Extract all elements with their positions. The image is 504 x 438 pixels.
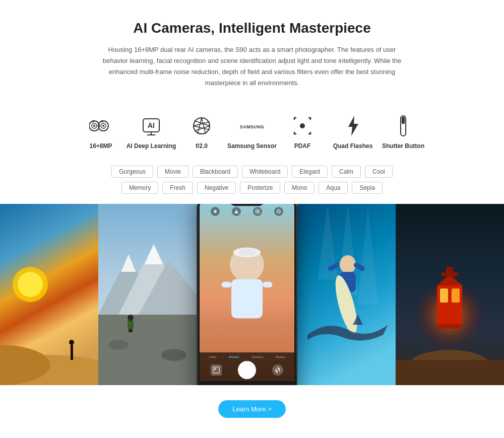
aperture-label: f/2.0 — [196, 142, 208, 151]
phone-screen: 12:10 Video Picture Aperture — [200, 204, 294, 381]
underwater-image — [297, 204, 396, 385]
svg-point-26 — [18, 272, 43, 297]
svg-point-68 — [340, 255, 356, 273]
feature-ai: AI AI Deep Learning — [126, 114, 176, 151]
svg-text:SAMSUNG: SAMSUNG — [240, 124, 264, 129]
lantern-image — [396, 204, 504, 385]
svg-point-39 — [161, 349, 186, 361]
header-section: AI Cameras, Intelligent Masterpiece Hous… — [0, 0, 504, 99]
filter-movie[interactable]: Movie — [157, 166, 188, 178]
svg-point-38 — [108, 340, 129, 350]
filter-memory[interactable]: Memory — [121, 182, 158, 194]
svg-text:AI: AI — [148, 121, 155, 129]
shutter-label: Shutter Button — [382, 142, 424, 151]
page-title: AI Cameras, Intelligent Masterpiece — [50, 20, 454, 36]
mode-beauty[interactable]: Beauty — [276, 355, 285, 358]
mode-picture[interactable]: Picture — [229, 355, 239, 358]
svg-point-41 — [128, 315, 134, 321]
ai-icon: AI — [139, 114, 163, 138]
gallery-btn[interactable] — [211, 364, 222, 376]
svg-rect-37 — [98, 315, 197, 385]
filter-aqua[interactable]: Aqua — [319, 182, 348, 194]
feature-samsung: SAMSUNG Samsung Sensor — [227, 114, 277, 151]
shutter-button[interactable] — [238, 361, 256, 379]
page-description: Housing 16+8MP dual rear AI cameras, the… — [96, 44, 408, 89]
filter-blackboard[interactable]: Blackboard — [193, 166, 238, 178]
shutter-row — [203, 361, 291, 379]
camera-bottom-ui: Video Picture Aperture Beauty — [200, 352, 294, 381]
cam-ctrl-2[interactable] — [232, 207, 241, 216]
filter-posterize[interactable]: Posterize — [240, 182, 280, 194]
lantern-svg — [396, 204, 504, 385]
filter-mono[interactable]: Mono — [284, 182, 314, 194]
filter-calm[interactable]: Calm — [332, 166, 361, 178]
desert-svg — [0, 204, 98, 385]
svg-rect-63 — [214, 368, 216, 370]
pdaf-icon — [290, 114, 314, 138]
samsung-icon: SAMSUNG — [240, 114, 264, 138]
ai-label: AI Deep Learning — [127, 142, 176, 151]
filter-whiteboard[interactable]: Whiteboard — [242, 166, 288, 178]
cam-ctrl-3[interactable] — [253, 207, 262, 216]
svg-rect-42 — [128, 321, 134, 329]
mode-aperture[interactable]: Aperture — [251, 355, 263, 358]
filter-negative[interactable]: Negative — [197, 182, 236, 194]
svg-point-7 — [101, 120, 103, 122]
svg-rect-81 — [452, 288, 460, 303]
phone-area: 12:10 Video Picture Aperture — [197, 204, 297, 385]
cam-ctrl-1[interactable] — [211, 207, 220, 216]
camera-top-controls — [200, 207, 294, 216]
svg-rect-23 — [402, 117, 405, 124]
filter-sepia[interactable]: Sepia — [352, 182, 383, 194]
filter-section: Gorgeous Movie Blackboard Whiteboard Ele… — [0, 161, 504, 204]
desert-image — [0, 204, 98, 385]
images-section: 12:10 Video Picture Aperture — [0, 204, 504, 385]
flash-icon — [341, 114, 365, 138]
switch-camera-btn[interactable] — [272, 364, 283, 376]
svg-rect-29 — [71, 345, 73, 360]
feature-quad-flashes: Quad Flashes — [328, 114, 378, 151]
svg-rect-53 — [257, 210, 259, 212]
svg-point-12 — [194, 118, 210, 134]
filter-row-2: Memory Fresh Negative Posterize Mono Aqu… — [121, 182, 383, 194]
svg-rect-50 — [263, 282, 272, 288]
phone-brand: DOOGEE — [198, 383, 296, 385]
feature-shutter: Shutter Button — [378, 114, 428, 151]
underwater-svg — [297, 204, 396, 385]
filter-fresh[interactable]: Fresh — [162, 182, 193, 194]
feature-aperture: f/2.0 — [176, 114, 227, 151]
svg-point-30 — [69, 340, 74, 345]
quad-flashes-label: Quad Flashes — [333, 142, 373, 151]
aperture-icon — [190, 114, 214, 138]
dual-camera-icon — [89, 114, 113, 138]
phone-mockup: 12:10 Video Picture Aperture — [197, 204, 297, 385]
learn-more-button[interactable]: Learn More > — [218, 400, 286, 418]
samsung-label: Samsung Sensor — [227, 142, 277, 151]
svg-rect-79 — [446, 267, 453, 274]
camera-modes: Video Picture Aperture Beauty — [203, 355, 291, 358]
svg-line-13 — [202, 118, 206, 134]
svg-rect-48 — [231, 279, 263, 319]
svg-line-14 — [198, 118, 202, 134]
svg-point-20 — [300, 123, 305, 128]
mountain-svg — [98, 204, 197, 385]
mode-video[interactable]: Video — [209, 355, 216, 358]
svg-rect-82 — [438, 324, 461, 329]
svg-rect-47 — [239, 249, 256, 256]
pdaf-label: PDAF — [294, 142, 311, 151]
cam-ctrl-4[interactable] — [274, 207, 283, 216]
feature-pdaf: PDAF — [277, 114, 328, 151]
filter-gorgeous[interactable]: Gorgeous — [111, 166, 153, 178]
filter-cool[interactable]: Cool — [365, 166, 393, 178]
phone-notch — [229, 204, 265, 206]
svg-point-5 — [102, 125, 104, 127]
svg-marker-51 — [234, 209, 238, 213]
shutter-icon — [391, 114, 415, 138]
dual-camera-label: 16+8MP — [89, 142, 112, 151]
svg-point-2 — [93, 125, 95, 127]
learn-more-section: Learn More > — [0, 385, 504, 438]
icons-row: 16+8MP AI AI Deep Learning — [0, 99, 504, 161]
svg-point-6 — [92, 120, 94, 122]
filter-elegant[interactable]: Elegant — [292, 166, 328, 178]
filter-row-1: Gorgeous Movie Blackboard Whiteboard Ele… — [111, 166, 393, 178]
